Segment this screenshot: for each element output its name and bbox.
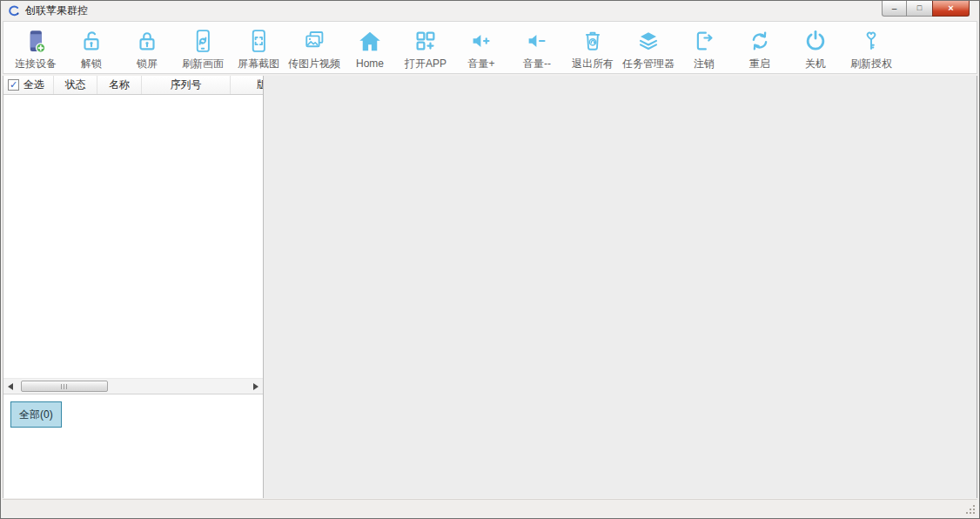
toolbar-button-open-app[interactable]: 打开APP	[398, 26, 453, 71]
scroll-left-button[interactable]	[3, 379, 17, 394]
scrollbar-track[interactable]	[17, 379, 249, 394]
column-label: 状态	[65, 78, 86, 92]
toolbar-button-screenshot[interactable]: 屏幕截图	[231, 26, 286, 71]
scroll-right-icon	[253, 383, 258, 390]
toolbar-label: 连接设备	[15, 57, 57, 71]
transfer-media-icon	[301, 26, 327, 54]
toolbar-label: 重启	[749, 57, 770, 71]
toolbar-button-exit-all[interactable]: 退出所有	[565, 26, 621, 71]
toolbar-label: 注销	[694, 57, 715, 71]
status-bar	[3, 499, 977, 516]
column-header-name[interactable]: 名称	[97, 76, 142, 94]
toolbar-button-refresh-screen[interactable]: 刷新画面	[175, 26, 231, 71]
device-table-header: ✓ 全选 状态 名称 序列号 版本	[3, 76, 264, 95]
toolbar-button-connect-device[interactable]: 连接设备	[8, 26, 64, 71]
toolbar-button-transfer-media[interactable]: 传图片视频	[286, 26, 342, 71]
volume-up-icon	[468, 26, 494, 54]
minimize-icon: –	[892, 4, 897, 13]
toolbar-button-lock-screen[interactable]: 锁屏	[119, 26, 175, 71]
toolbar-label: 锁屏	[137, 57, 158, 71]
scroll-right-button[interactable]	[249, 379, 263, 394]
screen-wall-area	[264, 76, 977, 498]
toolbar-label: 任务管理器	[622, 57, 675, 71]
app-window: 创联苹果群控 – □ × 连接设备	[0, 0, 980, 519]
column-header-select-all[interactable]: ✓ 全选	[3, 76, 54, 94]
maximize-button[interactable]: □	[907, 1, 932, 17]
scrollbar-thumb[interactable]	[21, 381, 108, 392]
scroll-left-icon	[8, 383, 13, 390]
logout-icon	[691, 26, 717, 54]
toolbar-label: 关机	[805, 57, 826, 71]
toolbar-button-restart[interactable]: 重启	[732, 26, 788, 71]
window-controls: – □ ×	[882, 1, 970, 17]
title-bar: 创联苹果群控	[1, 1, 979, 21]
column-header-version[interactable]: 版本	[231, 76, 264, 94]
screenshot-icon	[245, 26, 272, 54]
column-label: 名称	[109, 78, 130, 92]
refresh-auth-icon	[858, 26, 884, 54]
toolbar-button-home[interactable]: Home	[342, 26, 398, 71]
toolbar-label: 刷新授权	[850, 57, 892, 71]
device-list-panel: ✓ 全选 状态 名称 序列号 版本	[3, 76, 264, 498]
toolbar-label: Home	[356, 57, 384, 70]
device-list	[3, 95, 263, 378]
task-manager-icon	[635, 26, 661, 54]
toolbar-button-task-manager[interactable]: 任务管理器	[621, 26, 676, 71]
group-tab-all[interactable]: 全部(0)	[10, 401, 62, 428]
close-button[interactable]: ×	[932, 1, 970, 17]
horizontal-scrollbar	[3, 378, 263, 394]
toolbar-label: 解锁	[81, 57, 102, 71]
lock-screen-icon	[134, 26, 160, 54]
volume-down-icon	[524, 26, 550, 54]
toolbar-button-volume-up[interactable]: 音量+	[453, 26, 509, 71]
toolbar-button-volume-down[interactable]: 音量--	[509, 26, 565, 71]
toolbar-label: 打开APP	[405, 57, 446, 71]
toolbar-label: 音量--	[523, 57, 551, 71]
column-label: 序列号	[171, 78, 202, 92]
toolbar-label: 屏幕截图	[238, 57, 279, 71]
connect-device-icon	[23, 26, 49, 54]
select-all-checkbox[interactable]: ✓	[8, 79, 19, 91]
toolbar-button-refresh-auth[interactable]: 刷新授权	[843, 26, 899, 71]
minimize-button[interactable]: –	[882, 1, 907, 17]
column-header-serial[interactable]: 序列号	[142, 76, 231, 94]
toolbar: 连接设备 解锁	[3, 21, 977, 74]
maximize-icon: □	[917, 4, 922, 12]
toolbar-label: 音量+	[467, 57, 494, 71]
exit-all-icon	[580, 26, 606, 54]
toolbar-label: 传图片视频	[288, 57, 340, 71]
toolbar-label: 退出所有	[572, 57, 614, 71]
group-tab-area: 全部(0)	[3, 394, 263, 498]
window-title: 创联苹果群控	[25, 3, 88, 18]
home-icon	[357, 26, 383, 55]
resize-grip-icon[interactable]	[964, 503, 976, 515]
client-area: 连接设备 解锁	[3, 21, 977, 516]
select-all-label: 全选	[23, 78, 44, 92]
shutdown-icon	[802, 26, 829, 54]
restart-icon	[747, 26, 773, 54]
toolbar-button-shutdown[interactable]: 关机	[788, 26, 843, 71]
column-label: 版本	[257, 78, 264, 92]
app-logo-icon	[7, 4, 20, 17]
open-app-icon	[413, 26, 439, 54]
refresh-screen-icon	[190, 26, 216, 54]
toolbar-button-unlock[interactable]: 解锁	[64, 26, 119, 71]
toolbar-label: 刷新画面	[182, 57, 224, 71]
main-area: ✓ 全选 状态 名称 序列号 版本	[3, 76, 977, 498]
toolbar-button-logout[interactable]: 注销	[676, 26, 732, 71]
close-icon: ×	[948, 3, 953, 13]
unlock-icon	[78, 26, 104, 54]
column-header-status[interactable]: 状态	[54, 76, 97, 94]
